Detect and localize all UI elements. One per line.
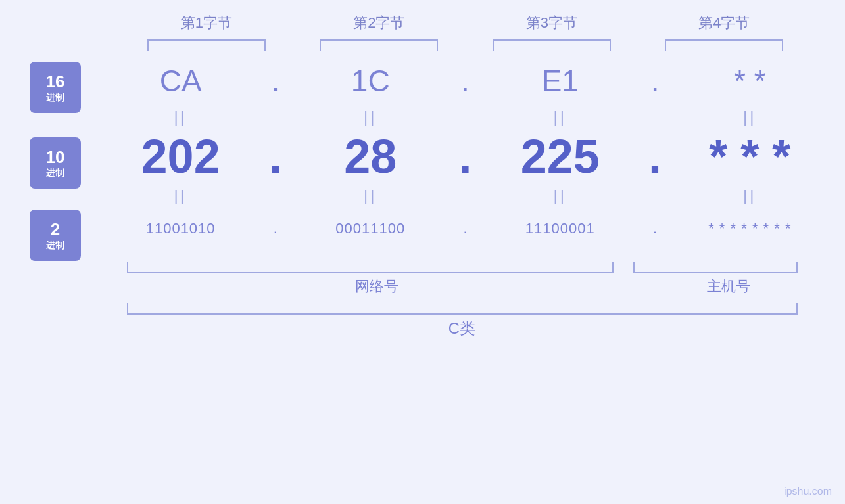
col-header-2: 第2字节 (306, 13, 451, 33)
eq-spacer-1 (30, 114, 85, 133)
bin-label-spacer: 2 进制 (30, 212, 85, 258)
col-header-3: 第3字节 (479, 13, 624, 33)
hex-text: 进制 (46, 92, 64, 103)
eq2-2: || (304, 187, 436, 205)
hex-dot-3: . (645, 63, 665, 99)
hex-val-2: 1C (304, 63, 436, 99)
watermark: ipshu.com (784, 486, 832, 497)
equal-row-1: || || || || (85, 107, 845, 127)
bin-val-4: * * * * * * * * (684, 220, 815, 237)
dec-val-3: 225 (495, 129, 626, 183)
bin-dot-3: . (645, 220, 665, 237)
cclass-label-row: C类 (120, 318, 811, 339)
network-bracket (127, 262, 614, 273)
bin-text: 进制 (46, 240, 64, 251)
top-brackets (120, 39, 811, 51)
bin-base-label: 2 进制 (30, 210, 81, 261)
bottom-brackets (120, 262, 811, 273)
eq2-4: || (684, 187, 815, 205)
labels-column: 16 进制 10 进制 2 进制 (0, 55, 85, 258)
bin-row: 11001010 . 00011100 . 11100001 . * * * *… (85, 206, 845, 252)
hex-base-label: 16 进制 (30, 62, 81, 113)
host-bracket (633, 262, 798, 273)
col-header-1: 第1字节 (134, 13, 279, 33)
bin-num: 2 (51, 219, 60, 240)
hex-label-spacer: 16 进制 (30, 61, 85, 114)
dec-base-label: 10 进制 (30, 137, 81, 189)
main-container: 第1字节 第2字节 第3字节 第4字节 16 进制 10 进制 (0, 0, 845, 504)
cclass-label: C类 (120, 318, 804, 339)
bin-val-2: 00011100 (304, 220, 436, 237)
bin-dot-1: . (266, 220, 285, 237)
dec-dot-1: . (266, 129, 285, 183)
full-rows: 16 进制 10 进制 2 进制 (0, 55, 845, 258)
dec-val-2: 28 (304, 129, 436, 183)
dec-text: 进制 (46, 168, 64, 179)
col-header-4: 第4字节 (652, 13, 796, 33)
network-label: 网络号 (127, 277, 627, 296)
data-column: CA . 1C . E1 . * * || || || || 202 (85, 55, 845, 258)
bin-dot-2: . (455, 220, 475, 237)
eq1-1: || (115, 108, 247, 126)
dec-dot-3: . (645, 129, 665, 183)
hex-val-1: CA (115, 63, 247, 99)
dec-num: 10 (46, 147, 65, 168)
hex-dot-1: . (266, 63, 285, 99)
dec-dot-2: . (455, 129, 475, 183)
host-label: 主机号 (646, 277, 811, 296)
bracket-1 (147, 39, 266, 51)
dec-row: 202 . 28 . 225 . * * * (85, 127, 845, 186)
bracket-4 (665, 39, 783, 51)
bottom-labels: 网络号 主机号 (120, 277, 811, 296)
dec-val-4: * * * (684, 129, 815, 183)
bin-val-3: 11100001 (495, 220, 626, 237)
dec-label-spacer: 10 进制 (30, 133, 85, 193)
bracket-2 (320, 39, 438, 51)
hex-val-4: * * (684, 63, 815, 99)
hex-row: CA . 1C . E1 . * * (85, 55, 845, 107)
hex-dot-2: . (455, 63, 475, 99)
column-headers: 第1字节 第2字节 第3字节 第4字节 (120, 13, 811, 33)
bin-val-1: 11001010 (115, 220, 247, 237)
bracket-3 (493, 39, 611, 51)
eq2-1: || (115, 187, 247, 205)
dec-val-1: 202 (115, 129, 247, 183)
equal-row-2: || || || || (85, 186, 845, 206)
eq1-4: || (684, 108, 815, 126)
hex-num: 16 (46, 72, 65, 92)
hex-val-3: E1 (495, 63, 626, 99)
cclass-bracket (127, 303, 798, 315)
eq1-2: || (304, 108, 436, 126)
eq1-3: || (495, 108, 626, 126)
eq2-3: || (495, 187, 626, 205)
cclass-bracket-row (120, 303, 811, 315)
